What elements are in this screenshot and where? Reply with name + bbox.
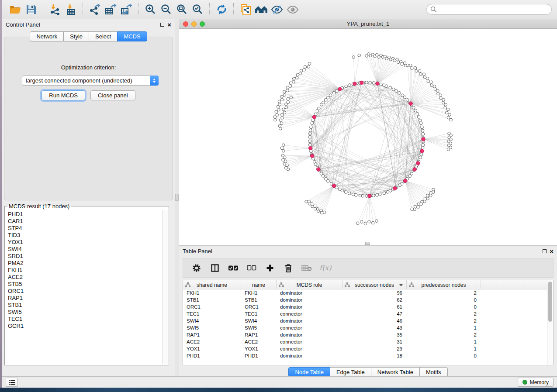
cell-MCDS-role[interactable]: dominator xyxy=(277,296,343,303)
table-row[interactable]: YOX1YOX1connector291 xyxy=(183,345,547,352)
tab-style[interactable]: Style xyxy=(63,31,89,41)
column-header-shared-name[interactable]: shared name xyxy=(183,280,241,289)
table-row[interactable]: SWI4SWI4dominator462 xyxy=(183,317,547,324)
deselect-all-button[interactable] xyxy=(246,262,257,274)
cell-successor-nodes[interactable]: 35 xyxy=(343,331,407,338)
cell-name[interactable]: FKH1 xyxy=(241,289,277,296)
result-item[interactable]: TEC1 xyxy=(8,316,159,323)
run-mcds-button[interactable]: Run MCDS xyxy=(42,90,85,100)
cell-shared-name[interactable]: PHD1 xyxy=(183,352,241,359)
import-table-button[interactable] xyxy=(63,2,79,17)
cell-successor-nodes[interactable]: 43 xyxy=(343,324,407,331)
select-all-button[interactable] xyxy=(228,262,239,274)
result-item[interactable]: STP4 xyxy=(8,225,159,232)
cell-MCDS-role[interactable]: connector xyxy=(277,310,343,317)
cell-MCDS-role[interactable]: connector xyxy=(277,345,343,352)
cell-MCDS-role[interactable]: dominator xyxy=(277,317,343,324)
cell-name[interactable]: TEC1 xyxy=(241,310,277,317)
cell-predecessor-nodes[interactable]: 1 xyxy=(407,324,481,331)
function-builder-icon[interactable]: f(x) xyxy=(319,264,331,272)
result-item[interactable]: ORC1 xyxy=(8,288,159,295)
table-scrollbar[interactable] xyxy=(547,280,553,365)
show-all-networks-button[interactable] xyxy=(253,2,269,17)
panel-splitter[interactable] xyxy=(175,19,179,376)
zoom-fit-button[interactable] xyxy=(174,2,190,17)
cell-name[interactable]: SWI4 xyxy=(241,317,277,324)
tab-node-table[interactable]: Node Table xyxy=(288,367,330,377)
cell-name[interactable]: RAP1 xyxy=(241,331,277,338)
float-panel-icon[interactable] xyxy=(160,23,164,27)
cell-MCDS-role[interactable]: dominator xyxy=(277,331,343,338)
result-item[interactable]: CAR1 xyxy=(8,218,159,225)
cell-predecessor-nodes[interactable]: 1 xyxy=(407,338,481,345)
refresh-network-button[interactable] xyxy=(214,2,229,17)
cell-shared-name[interactable]: ACE2 xyxy=(183,338,241,345)
cell-name[interactable]: STB1 xyxy=(241,296,277,303)
cell-predecessor-nodes[interactable]: 0 xyxy=(407,352,481,359)
cell-shared-name[interactable]: SWI4 xyxy=(183,317,241,324)
cell-MCDS-role[interactable]: connector xyxy=(277,324,343,331)
cell-predecessor-nodes[interactable]: 2 xyxy=(407,310,481,317)
result-scrollbar[interactable] xyxy=(162,210,168,364)
tab-select[interactable]: Select xyxy=(89,31,118,41)
cell-predecessor-nodes[interactable]: 1 xyxy=(407,345,481,352)
clone-network-button[interactable] xyxy=(238,2,253,17)
cell-MCDS-role[interactable]: dominator xyxy=(277,289,343,296)
tab-mcds[interactable]: MCDS xyxy=(117,31,147,41)
column-header-name[interactable]: name xyxy=(241,280,277,289)
optimization-select[interactable]: largest connected component (undirected) xyxy=(22,76,159,86)
result-item[interactable]: TID3 xyxy=(8,232,159,239)
cell-name[interactable]: YOX1 xyxy=(241,345,277,352)
tab-network[interactable]: Network xyxy=(30,31,64,41)
result-item[interactable]: YOX1 xyxy=(8,239,159,246)
cell-successor-nodes[interactable]: 29 xyxy=(343,345,407,352)
result-item[interactable]: GCR1 xyxy=(8,323,159,330)
cell-predecessor-nodes[interactable]: 2 xyxy=(407,289,481,296)
tab-motifs[interactable]: Motifs xyxy=(419,367,448,377)
result-item[interactable]: STB5 xyxy=(8,281,159,288)
add-column-button[interactable] xyxy=(264,262,276,274)
table-row[interactable]: TEC1TEC1connector472 xyxy=(183,310,547,317)
cell-successor-nodes[interactable]: 46 xyxy=(343,317,407,324)
zoom-in-button[interactable] xyxy=(142,2,158,17)
cell-predecessor-nodes[interactable]: 2 xyxy=(407,317,481,324)
table-row[interactable]: PHD1PHD1dominator180 xyxy=(183,352,547,359)
cell-successor-nodes[interactable]: 61 xyxy=(343,303,407,310)
cell-name[interactable]: ORC1 xyxy=(241,303,277,310)
cell-shared-name[interactable]: ORC1 xyxy=(183,303,241,310)
scrollbar-thumb[interactable] xyxy=(548,282,552,322)
cell-MCDS-role[interactable]: connector xyxy=(277,338,343,345)
result-item[interactable]: SRD1 xyxy=(8,253,159,260)
cell-successor-nodes[interactable]: 47 xyxy=(343,310,407,317)
cell-predecessor-nodes[interactable]: 2 xyxy=(407,331,481,338)
open-session-button[interactable] xyxy=(7,2,23,17)
tab-edge-table[interactable]: Edge Table xyxy=(330,367,371,377)
table-row[interactable]: ORC1ORC1dominator610 xyxy=(183,303,547,310)
cell-shared-name[interactable]: SWI5 xyxy=(183,324,241,331)
table-row[interactable]: RAP1RAP1dominator352 xyxy=(183,331,547,338)
cell-name[interactable]: PHD1 xyxy=(241,352,277,359)
memory-button[interactable]: Memory xyxy=(518,378,554,387)
cell-successor-nodes[interactable]: 62 xyxy=(343,296,407,303)
import-network-button[interactable] xyxy=(47,2,63,17)
result-item[interactable]: SWI5 xyxy=(8,309,159,316)
cell-name[interactable]: ACE2 xyxy=(241,338,277,345)
result-item[interactable]: ACE2 xyxy=(8,274,159,281)
result-item[interactable]: PHD1 xyxy=(8,211,159,218)
table-row[interactable]: SWI5SWI5connector431 xyxy=(183,324,547,331)
table-row[interactable]: FKH1FKH1dominator962 xyxy=(183,289,547,296)
export-table-button[interactable] xyxy=(103,2,118,17)
show-hidden-button[interactable] xyxy=(285,2,301,17)
column-header-predecessor-nodes[interactable]: predecessor nodes xyxy=(407,280,481,289)
close-panel-icon[interactable]: × xyxy=(167,23,171,27)
cell-shared-name[interactable]: FKH1 xyxy=(183,289,241,296)
close-panel-button[interactable]: Close panel xyxy=(90,90,135,100)
network-canvas[interactable] xyxy=(179,29,557,245)
tab-network-table[interactable]: Network Table xyxy=(371,367,420,377)
cell-predecessor-nodes[interactable]: 0 xyxy=(407,296,481,303)
cell-predecessor-nodes[interactable]: 0 xyxy=(407,303,481,310)
network-resize-handle[interactable] xyxy=(365,242,370,245)
cell-shared-name[interactable]: YOX1 xyxy=(183,345,241,352)
table-row[interactable]: ACE2ACE2connector311 xyxy=(183,338,547,345)
zoom-selected-button[interactable] xyxy=(190,2,205,17)
